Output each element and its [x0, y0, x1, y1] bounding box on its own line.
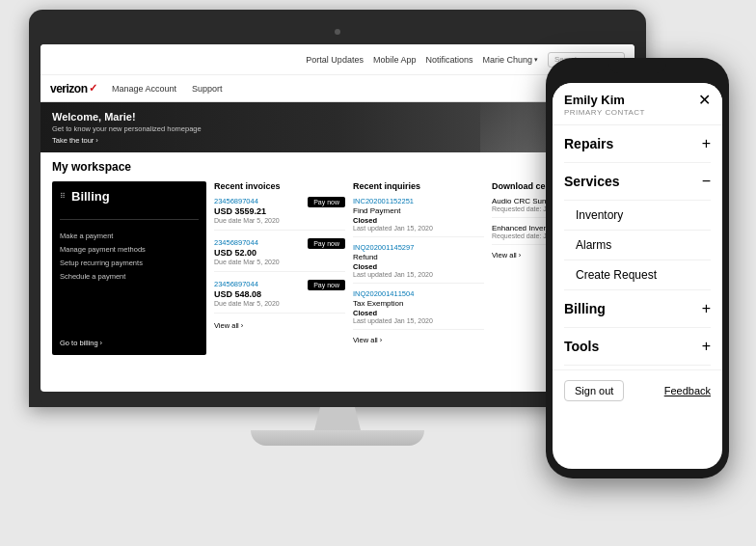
dl-view-arrow-icon: › [519, 251, 522, 259]
goto-billing-text: Go to billing [60, 339, 98, 347]
billing-title: Billing [71, 189, 110, 204]
goto-arrow-icon: › [100, 339, 103, 347]
inq-view-arrow-icon: › [380, 336, 383, 344]
inquiry-date-1: Last updated Jan 15, 2020 [353, 271, 484, 278]
contact-header: Emily Kim PRIMARY CONTACT ✕ [553, 83, 722, 125]
invoice-row-2: 23456897044 USD 548.08 Due date Mar 5, 2… [214, 280, 345, 307]
invoice-due-0: Due date Mar 5, 2020 [214, 217, 280, 224]
create-request-label: Create Request [576, 268, 657, 282]
invoice-due-2: Due date Mar 5, 2020 [214, 300, 280, 307]
inquiries-title: Recent inquiries [353, 181, 484, 191]
user-menu[interactable]: Marie Chung ▾ [482, 55, 538, 65]
camera-bar [40, 21, 634, 39]
mobile-app-link[interactable]: Mobile App [373, 55, 417, 65]
invoice-amount-0: USD 3559.21 [214, 206, 280, 216]
invoice-number-0: 23456897044 [214, 197, 280, 205]
menu-item-repairs[interactable]: Repairs + [564, 125, 711, 163]
phone-notch [608, 60, 666, 73]
menu-item-services[interactable]: Services − [564, 163, 711, 201]
hero-text: Welcome, Marie! Get to know your new per… [52, 111, 202, 145]
phone-bottom: Sign out Feedback [553, 369, 722, 411]
contact-name: Emily Kim [564, 93, 645, 107]
menu-sub-alarms[interactable]: Alarms [564, 231, 711, 260]
invoice-row-1: 23456897044 USD 52.00 Due date Mar 5, 20… [214, 238, 345, 265]
invoices-view-all[interactable]: View all › [214, 321, 345, 330]
tools-expand-icon: + [702, 338, 711, 355]
inquiries-view-all[interactable]: View all › [353, 336, 484, 344]
notifications-link[interactable]: Notifications [425, 55, 472, 65]
pay-button-0[interactable]: Pay now [308, 197, 345, 207]
view-all-arrow-icon: › [241, 321, 244, 330]
portal-updates-link[interactable]: Portal Updates [306, 55, 364, 65]
pay-button-1[interactable]: Pay now [308, 238, 345, 249]
brand-check: ✓ [89, 82, 97, 95]
billing-menu-label: Billing [564, 301, 606, 316]
billing-link-0[interactable]: Make a payment [60, 232, 199, 240]
invoice-item-1: 23456897044 USD 52.00 Due date Mar 5, 20… [214, 238, 345, 272]
invoice-details-2: 23456897044 USD 548.08 Due date Mar 5, 2… [214, 280, 280, 307]
menu-item-tools[interactable]: Tools + [564, 328, 711, 366]
inquiry-type-0: Find Payment [353, 206, 484, 215]
menu-sub-create-request[interactable]: Create Request [564, 260, 711, 290]
sign-out-button[interactable]: Sign out [564, 380, 624, 401]
inquiry-date-0: Last updated Jan 15, 2020 [353, 225, 484, 232]
billing-link-2[interactable]: Setup recurring payments [60, 259, 199, 267]
tour-text: Take the tour [52, 136, 94, 145]
inquiry-date-2: Last updated Jan 15, 2020 [353, 317, 484, 324]
billing-link-1[interactable]: Manage payment methods [60, 245, 199, 254]
billing-header: ⠿ Billing [60, 189, 199, 204]
invoice-item-0: 23456897044 USD 3559.21 Due date Mar 5, … [214, 197, 345, 231]
menu-sub-inventory[interactable]: Inventory [564, 201, 711, 231]
invoice-details-1: 23456897044 USD 52.00 Due date Mar 5, 20… [214, 238, 280, 265]
manage-account-link[interactable]: Manage Account [112, 84, 176, 94]
phone-bezel: Emily Kim PRIMARY CONTACT ✕ Repairs + Se… [546, 58, 729, 478]
verizon-logo: verizon✓ [50, 82, 96, 96]
invoice-due-1: Due date Mar 5, 2020 [214, 259, 280, 265]
services-label: Services [564, 174, 620, 189]
download-view-all-text: View all [492, 251, 517, 259]
invoice-row-0: 23456897044 USD 3559.21 Due date Mar 5, … [214, 197, 345, 224]
billing-link-3[interactable]: Schedule a payment [60, 272, 199, 281]
invoice-number-1: 23456897044 [214, 238, 280, 247]
hero-subtitle: Get to know your new personalized homepa… [52, 124, 202, 133]
invoice-amount-2: USD 548.08 [214, 289, 280, 299]
tour-arrow-icon: › [95, 136, 98, 145]
invoice-details-0: 23456897044 USD 3559.21 Due date Mar 5, … [214, 197, 280, 224]
contact-info: Emily Kim PRIMARY CONTACT [564, 93, 645, 117]
tools-label: Tools [564, 339, 599, 354]
phone-menu: Repairs + Services − Inventory Alarms [553, 125, 722, 366]
phone-screen: Emily Kim PRIMARY CONTACT ✕ Repairs + Se… [553, 83, 722, 469]
inquiry-type-2: Tax Exemption [353, 299, 484, 308]
inquiry-number-0: INC202001152251 [353, 197, 484, 205]
inquiries-view-all-text: View all [353, 336, 378, 344]
invoice-number-2: 23456897044 [214, 280, 280, 288]
inquiry-status-1: Closed [353, 262, 484, 271]
monitor-stand-base [251, 430, 424, 446]
feedback-link[interactable]: Feedback [664, 385, 711, 396]
inquiry-number-2: INQ202001411504 [353, 289, 484, 298]
inquiry-status-2: Closed [353, 309, 484, 317]
welcome-heading: Welcome, Marie! [52, 111, 202, 123]
user-chevron-icon: ▾ [534, 56, 538, 64]
inquiry-item-1: INQ202001145297 Refund Closed Last updat… [353, 243, 484, 284]
tour-link[interactable]: Take the tour › [52, 136, 202, 145]
inventory-label: Inventory [576, 208, 623, 222]
close-button[interactable]: ✕ [698, 93, 711, 108]
invoice-amount-1: USD 52.00 [214, 248, 280, 258]
billing-links: Make a payment Manage payment methods Se… [60, 232, 199, 281]
contact-role: PRIMARY CONTACT [564, 108, 645, 117]
invoice-item-2: 23456897044 USD 548.08 Due date Mar 5, 2… [214, 280, 345, 314]
pay-button-2[interactable]: Pay now [308, 280, 345, 290]
menu-item-billing[interactable]: Billing + [564, 290, 711, 328]
phone-notch-bar [553, 68, 722, 81]
support-link[interactable]: Support [192, 84, 223, 94]
services-collapse-icon: − [702, 173, 711, 190]
billing-panel: ⠿ Billing Make a payment Manage payment … [52, 181, 206, 355]
goto-billing-link[interactable]: Go to billing › [60, 339, 199, 347]
grid-icon: ⠿ [60, 192, 66, 201]
mobile-phone: Emily Kim PRIMARY CONTACT ✕ Repairs + Se… [546, 58, 729, 478]
workspace-title: My workspace [52, 160, 623, 174]
inquiry-status-0: Closed [353, 216, 484, 225]
camera-dot [335, 29, 340, 35]
dashboard-grid: ⠿ Billing Make a payment Manage payment … [52, 181, 623, 355]
